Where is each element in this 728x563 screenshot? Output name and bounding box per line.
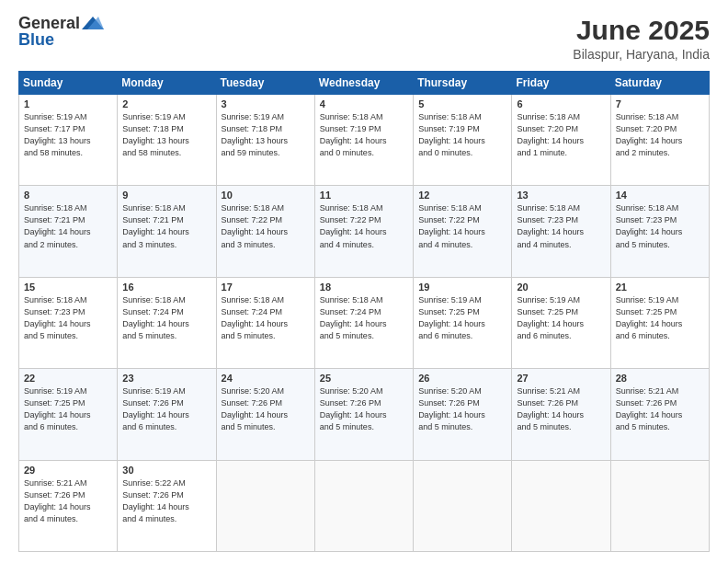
day-info: Sunrise: 5:18 AM Sunset: 7:24 PM Dayligh… <box>222 294 310 342</box>
logo-general: General <box>18 15 80 31</box>
day-number: 2 <box>122 98 210 109</box>
col-header-sunday: Sunday <box>19 72 118 95</box>
day-cell: 20Sunrise: 5:19 AM Sunset: 7:25 PM Dayli… <box>512 277 610 368</box>
day-number: 26 <box>418 373 506 384</box>
day-cell: 28Sunrise: 5:21 AM Sunset: 7:26 PM Dayli… <box>610 369 709 460</box>
day-cell <box>216 460 314 551</box>
day-info: Sunrise: 5:19 AM Sunset: 7:18 PM Dayligh… <box>222 111 310 159</box>
week-row-2: 8Sunrise: 5:18 AM Sunset: 7:21 PM Daylig… <box>19 186 710 277</box>
day-info: Sunrise: 5:18 AM Sunset: 7:23 PM Dayligh… <box>616 202 704 250</box>
day-number: 17 <box>222 282 310 293</box>
day-info: Sunrise: 5:18 AM Sunset: 7:22 PM Dayligh… <box>418 202 506 250</box>
day-info: Sunrise: 5:18 AM Sunset: 7:21 PM Dayligh… <box>122 202 210 250</box>
day-info: Sunrise: 5:19 AM Sunset: 7:25 PM Dayligh… <box>24 385 112 433</box>
day-number: 20 <box>517 282 605 293</box>
col-header-wednesday: Wednesday <box>314 72 413 95</box>
day-number: 1 <box>24 98 112 109</box>
day-info: Sunrise: 5:18 AM Sunset: 7:19 PM Dayligh… <box>320 111 408 159</box>
day-number: 4 <box>320 98 408 109</box>
day-cell: 24Sunrise: 5:20 AM Sunset: 7:26 PM Dayli… <box>216 369 314 460</box>
day-number: 25 <box>320 373 408 384</box>
day-cell: 10Sunrise: 5:18 AM Sunset: 7:22 PM Dayli… <box>216 186 314 277</box>
logo-blue: Blue <box>18 31 54 48</box>
day-cell: 21Sunrise: 5:19 AM Sunset: 7:25 PM Dayli… <box>610 277 709 368</box>
day-cell: 26Sunrise: 5:20 AM Sunset: 7:26 PM Dayli… <box>414 369 512 460</box>
day-cell <box>512 460 610 551</box>
day-cell: 25Sunrise: 5:20 AM Sunset: 7:26 PM Dayli… <box>314 369 413 460</box>
week-row-5: 29Sunrise: 5:21 AM Sunset: 7:26 PM Dayli… <box>19 460 710 551</box>
day-info: Sunrise: 5:18 AM Sunset: 7:23 PM Dayligh… <box>517 202 605 250</box>
day-number: 7 <box>616 98 704 109</box>
col-header-saturday: Saturday <box>610 72 709 95</box>
day-number: 19 <box>418 282 506 293</box>
day-number: 16 <box>122 282 210 293</box>
day-cell: 7Sunrise: 5:18 AM Sunset: 7:20 PM Daylig… <box>610 95 709 186</box>
day-info: Sunrise: 5:21 AM Sunset: 7:26 PM Dayligh… <box>517 385 605 433</box>
day-info: Sunrise: 5:20 AM Sunset: 7:26 PM Dayligh… <box>320 385 408 433</box>
day-number: 9 <box>122 190 210 201</box>
day-cell: 5Sunrise: 5:18 AM Sunset: 7:19 PM Daylig… <box>414 95 512 186</box>
day-info: Sunrise: 5:18 AM Sunset: 7:21 PM Dayligh… <box>24 202 112 250</box>
day-info: Sunrise: 5:19 AM Sunset: 7:25 PM Dayligh… <box>616 294 704 342</box>
day-number: 15 <box>24 282 112 293</box>
day-number: 13 <box>517 190 605 201</box>
day-cell: 8Sunrise: 5:18 AM Sunset: 7:21 PM Daylig… <box>19 186 118 277</box>
day-number: 23 <box>122 373 210 384</box>
day-cell: 1Sunrise: 5:19 AM Sunset: 7:17 PM Daylig… <box>19 95 118 186</box>
day-info: Sunrise: 5:18 AM Sunset: 7:20 PM Dayligh… <box>616 111 704 159</box>
day-cell: 17Sunrise: 5:18 AM Sunset: 7:24 PM Dayli… <box>216 277 314 368</box>
logo: General Blue <box>18 15 104 48</box>
day-number: 14 <box>616 190 704 201</box>
day-number: 5 <box>418 98 506 109</box>
day-info: Sunrise: 5:19 AM Sunset: 7:25 PM Dayligh… <box>517 294 605 342</box>
page: General Blue June 2025 Bilaspur, Haryana… <box>0 0 728 563</box>
day-number: 28 <box>616 373 704 384</box>
day-cell: 4Sunrise: 5:18 AM Sunset: 7:19 PM Daylig… <box>314 95 413 186</box>
day-cell <box>314 460 413 551</box>
day-cell <box>610 460 709 551</box>
week-row-4: 22Sunrise: 5:19 AM Sunset: 7:25 PM Dayli… <box>19 369 710 460</box>
logo-icon <box>82 17 104 29</box>
day-cell: 3Sunrise: 5:19 AM Sunset: 7:18 PM Daylig… <box>216 95 314 186</box>
subtitle: Bilaspur, Haryana, India <box>573 47 710 62</box>
day-number: 6 <box>517 98 605 109</box>
day-number: 12 <box>418 190 506 201</box>
day-cell: 14Sunrise: 5:18 AM Sunset: 7:23 PM Dayli… <box>610 186 709 277</box>
day-info: Sunrise: 5:18 AM Sunset: 7:19 PM Dayligh… <box>418 111 506 159</box>
col-header-monday: Monday <box>118 72 216 95</box>
day-number: 24 <box>222 373 310 384</box>
day-info: Sunrise: 5:18 AM Sunset: 7:20 PM Dayligh… <box>517 111 605 159</box>
day-number: 29 <box>24 465 112 476</box>
day-number: 10 <box>222 190 310 201</box>
day-number: 8 <box>24 190 112 201</box>
day-cell: 27Sunrise: 5:21 AM Sunset: 7:26 PM Dayli… <box>512 369 610 460</box>
day-cell: 9Sunrise: 5:18 AM Sunset: 7:21 PM Daylig… <box>118 186 216 277</box>
week-row-1: 1Sunrise: 5:19 AM Sunset: 7:17 PM Daylig… <box>19 95 710 186</box>
day-info: Sunrise: 5:18 AM Sunset: 7:24 PM Dayligh… <box>320 294 408 342</box>
day-number: 30 <box>122 465 210 476</box>
day-info: Sunrise: 5:20 AM Sunset: 7:26 PM Dayligh… <box>418 385 506 433</box>
header: General Blue June 2025 Bilaspur, Haryana… <box>18 15 710 62</box>
day-cell: 2Sunrise: 5:19 AM Sunset: 7:18 PM Daylig… <box>118 95 216 186</box>
day-number: 3 <box>222 98 310 109</box>
col-header-thursday: Thursday <box>414 72 512 95</box>
title-block: June 2025 Bilaspur, Haryana, India <box>573 15 710 62</box>
day-info: Sunrise: 5:18 AM Sunset: 7:22 PM Dayligh… <box>222 202 310 250</box>
day-cell: 19Sunrise: 5:19 AM Sunset: 7:25 PM Dayli… <box>414 277 512 368</box>
day-info: Sunrise: 5:19 AM Sunset: 7:26 PM Dayligh… <box>122 385 210 433</box>
day-info: Sunrise: 5:18 AM Sunset: 7:24 PM Dayligh… <box>122 294 210 342</box>
day-cell <box>414 460 512 551</box>
day-cell: 23Sunrise: 5:19 AM Sunset: 7:26 PM Dayli… <box>118 369 216 460</box>
calendar-header-row: SundayMondayTuesdayWednesdayThursdayFrid… <box>19 72 710 95</box>
day-info: Sunrise: 5:18 AM Sunset: 7:22 PM Dayligh… <box>320 202 408 250</box>
day-cell: 12Sunrise: 5:18 AM Sunset: 7:22 PM Dayli… <box>414 186 512 277</box>
day-number: 21 <box>616 282 704 293</box>
day-info: Sunrise: 5:20 AM Sunset: 7:26 PM Dayligh… <box>222 385 310 433</box>
col-header-friday: Friday <box>512 72 610 95</box>
day-info: Sunrise: 5:19 AM Sunset: 7:18 PM Dayligh… <box>122 111 210 159</box>
day-number: 11 <box>320 190 408 201</box>
day-info: Sunrise: 5:22 AM Sunset: 7:26 PM Dayligh… <box>122 477 210 525</box>
day-info: Sunrise: 5:21 AM Sunset: 7:26 PM Dayligh… <box>616 385 704 433</box>
day-number: 18 <box>320 282 408 293</box>
col-header-tuesday: Tuesday <box>216 72 314 95</box>
